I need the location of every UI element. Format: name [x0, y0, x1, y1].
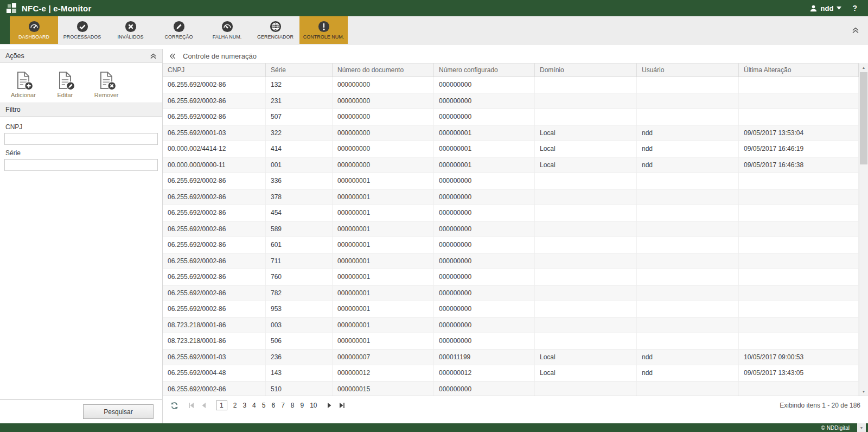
table-row[interactable]: 06.255.692/0002-86510000000015000000000	[163, 382, 859, 396]
table-row[interactable]: 00.000.000/0000-11001000000000000000001L…	[163, 157, 859, 174]
help-button[interactable]: ?	[852, 4, 857, 12]
double-chevron-left-icon	[169, 53, 176, 60]
table-row[interactable]: 06.255.692/0002-86782000000001000000000	[163, 285, 859, 302]
table-row[interactable]: 06.255.692/0002-86231000000000000000000	[163, 93, 859, 110]
user-menu[interactable]: ndd	[809, 4, 842, 12]
topbar-right: ndd ?	[809, 4, 861, 12]
cnpj-input[interactable]	[4, 133, 158, 145]
table-row[interactable]: 06.255.692/0001-03236000000007000011199L…	[163, 350, 859, 366]
scroll-down-arrow[interactable]: ▼	[859, 387, 868, 396]
table-row[interactable]: 06.255.692/0002-86711000000001000000000	[163, 253, 859, 270]
page-button-6[interactable]: 6	[271, 402, 275, 409]
table-row[interactable]: 06.255.692/0002-86953000000001000000000	[163, 301, 859, 317]
page-button-5[interactable]: 5	[262, 402, 266, 409]
table-cell: 000000001	[434, 141, 535, 157]
vertical-scrollbar[interactable]: ▲ ▼	[859, 63, 868, 396]
column-header-numero-configurado[interactable]: Número configurado	[434, 63, 535, 77]
table-cell: 507	[266, 109, 333, 125]
table-row[interactable]: 06.255.692/0002-86454000000001000000000	[163, 205, 859, 221]
table-row[interactable]: 06.255.692/0002-86760000000001000000000	[163, 269, 859, 285]
action-remover[interactable]: Remover	[94, 71, 119, 98]
column-header-ultima-alteracao[interactable]: Última Alteração	[739, 63, 859, 77]
table-row[interactable]: 06.255.692/0002-86589000000001000000000	[163, 221, 859, 238]
table-row[interactable]: 00.000.002/4414-12414000000000000000001L…	[163, 141, 859, 157]
table-cell: 06.255.692/0002-86	[163, 109, 266, 125]
table-row[interactable]: 06.255.692/0001-03322000000000000000001L…	[163, 125, 859, 142]
filter-section-header: Filtro	[0, 103, 162, 117]
table-row[interactable]: 06.255.692/0004-48143000000012000000012L…	[163, 365, 859, 382]
tab-label: PROCESSADOS	[63, 34, 101, 40]
collapse-actions-icon[interactable]	[150, 53, 157, 59]
column-header-numero-do-documento[interactable]: Número do documento	[333, 63, 434, 77]
serie-input[interactable]	[4, 159, 158, 171]
page-button-8[interactable]: 8	[291, 402, 295, 409]
table-cell: 06.255.692/0002-86	[163, 189, 266, 205]
table-cell: 000000012	[434, 365, 535, 381]
page-button-3[interactable]: 3	[242, 402, 246, 409]
table-cell: 231	[266, 93, 333, 109]
tab-dashboard[interactable]: DASHBOARD	[10, 16, 58, 44]
tab-processados[interactable]: PROCESSADOS	[58, 16, 106, 44]
table-cell: 000000001	[333, 285, 434, 301]
table-cell: 000000001	[333, 237, 434, 253]
action-editar[interactable]: Editar	[55, 71, 75, 98]
table-row[interactable]: 06.255.692/0002-86132000000000000000000	[163, 77, 859, 93]
scroll-up-arrow[interactable]: ▲	[859, 63, 868, 72]
app-window: NFC-e | e-Monitor ndd ? DASHBOARDPROCESS…	[0, 0, 868, 432]
column-header-dominio[interactable]: Domínio	[535, 63, 637, 77]
table-row[interactable]: 06.255.692/0002-86507000000000000000000	[163, 109, 859, 125]
table-cell: 454	[266, 205, 333, 221]
table-cell: 06.255.692/0002-86	[163, 269, 266, 285]
column-header-serie[interactable]: Série	[266, 63, 333, 77]
first-page-button[interactable]	[188, 402, 195, 409]
app-title: NFC-e | e-Monitor	[22, 4, 91, 13]
main-body: Ações AdicionarEditarRemover Filtro CNPJ…	[0, 45, 868, 423]
page-button-9[interactable]: 9	[301, 402, 304, 409]
prev-page-button[interactable]	[200, 402, 208, 409]
page-button-1[interactable]: 1	[216, 401, 227, 410]
next-page-button[interactable]	[326, 402, 333, 409]
next-page-icon	[326, 402, 333, 409]
column-header-usuario[interactable]: Usuário	[637, 63, 739, 77]
table-cell: 06.255.692/0001-03	[163, 125, 266, 141]
refresh-button[interactable]	[170, 402, 178, 410]
table-cell: 782	[266, 285, 333, 301]
table-row[interactable]: 06.255.692/0002-86378000000001000000000	[163, 189, 859, 206]
page-button-7[interactable]: 7	[281, 402, 285, 409]
scrollbar-thumb[interactable]	[860, 72, 867, 164]
toolbar-collapse-button[interactable]	[852, 27, 859, 34]
tab-correcao[interactable]: CORREÇÃO	[155, 16, 203, 44]
tab-invalidos[interactable]: INVÁLIDOS	[106, 16, 155, 44]
actions-section-header[interactable]: Ações	[0, 49, 162, 63]
table-cell: 09/05/2017 16:46:38	[739, 157, 859, 173]
field-label-serie: Série	[5, 149, 157, 157]
table-row[interactable]: 08.723.218/0001-86506000000001000000000	[163, 333, 859, 350]
scrollbar-track[interactable]	[859, 72, 868, 387]
action-adicionar[interactable]: Adicionar	[11, 71, 36, 98]
collapse-sidebar-button[interactable]	[169, 53, 176, 60]
page-button-10[interactable]: 10	[310, 402, 317, 409]
page-scroll-down-arrow[interactable]: ▼	[857, 423, 866, 432]
table-cell: 000000001	[333, 317, 434, 333]
table-cell: 143	[266, 365, 333, 381]
tab-controle-num[interactable]: CONTROLE NUM.	[299, 16, 348, 44]
table-cell	[637, 285, 739, 301]
filter-fields: CNPJSérie	[0, 117, 162, 171]
table-cell: 000000001	[434, 125, 535, 141]
tab-gerenciador[interactable]: GERENCIADOR	[251, 16, 299, 44]
table-cell: 000000001	[333, 205, 434, 221]
actions-title: Ações	[5, 52, 24, 60]
table-cell: ndd	[637, 365, 739, 381]
page-button-2[interactable]: 2	[233, 402, 237, 409]
table-row[interactable]: 06.255.692/0002-86336000000001000000000	[163, 173, 859, 189]
last-page-button[interactable]	[338, 402, 346, 409]
table-cell: 09/05/2017 16:46:19	[739, 141, 859, 157]
table-cell	[535, 221, 637, 237]
tab-falha-num[interactable]: FALHA NUM.	[203, 16, 251, 44]
column-header-cnpj[interactable]: CNPJ	[163, 63, 266, 77]
table-row[interactable]: 08.723.218/0001-86003000000001000000000	[163, 317, 859, 334]
exclamation-circle-icon	[318, 21, 330, 33]
page-button-4[interactable]: 4	[252, 402, 256, 409]
table-row[interactable]: 06.255.692/0002-86601000000001000000000	[163, 237, 859, 253]
search-button[interactable]: Pesquisar	[83, 404, 154, 419]
